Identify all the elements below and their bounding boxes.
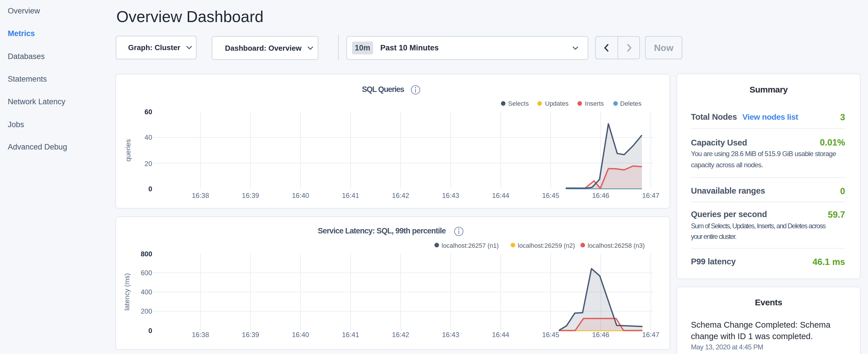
svg-text:16:46: 16:46 <box>592 331 609 339</box>
svg-text:16:41: 16:41 <box>342 192 359 199</box>
svg-text:16:44: 16:44 <box>492 192 509 199</box>
svg-text:800: 800 <box>141 250 152 258</box>
svg-text:16:43: 16:43 <box>442 192 459 199</box>
svg-text:16:38: 16:38 <box>192 192 209 199</box>
svg-text:latency (ms): latency (ms) <box>123 273 131 311</box>
svg-text:Selects: Selects <box>508 100 529 107</box>
svg-text:16:40: 16:40 <box>292 192 309 199</box>
svg-text:0: 0 <box>149 327 152 334</box>
svg-text:16:41: 16:41 <box>342 331 359 339</box>
svg-text:16:44: 16:44 <box>492 331 509 339</box>
svg-text:Inserts: Inserts <box>585 100 604 107</box>
svg-text:16:40: 16:40 <box>292 331 309 339</box>
svg-text:400: 400 <box>141 288 152 296</box>
svg-text:200: 200 <box>141 307 152 315</box>
svg-text:16:39: 16:39 <box>242 331 259 339</box>
svg-text:600: 600 <box>141 269 152 277</box>
svg-text:16:42: 16:42 <box>392 192 409 199</box>
svg-text:16:45: 16:45 <box>542 331 559 339</box>
svg-text:0: 0 <box>149 185 152 193</box>
svg-text:Updates: Updates <box>545 100 568 107</box>
svg-text:Deletes: Deletes <box>620 100 642 107</box>
svg-text:16:39: 16:39 <box>242 192 259 199</box>
svg-text:60: 60 <box>145 108 152 116</box>
svg-text:Service Latency: SQL, 99th per: Service Latency: SQL, 99th percentile <box>318 227 446 235</box>
svg-text:16:42: 16:42 <box>392 331 409 339</box>
svg-text:16:46: 16:46 <box>592 192 609 199</box>
svg-text:16:43: 16:43 <box>442 331 459 339</box>
svg-text:localhost:26258 (n3): localhost:26258 (n3) <box>588 242 645 249</box>
svg-text:localhost:26259 (n2): localhost:26259 (n2) <box>518 242 575 249</box>
svg-text:queries: queries <box>124 139 132 162</box>
svg-text:16:47: 16:47 <box>642 331 659 339</box>
svg-text:16:47: 16:47 <box>642 192 659 199</box>
svg-text:20: 20 <box>145 160 152 167</box>
svg-text:16:38: 16:38 <box>192 331 209 339</box>
svg-text:SQL Queries: SQL Queries <box>362 85 404 94</box>
svg-text:16:45: 16:45 <box>542 192 559 199</box>
svg-text:40: 40 <box>145 133 152 141</box>
svg-text:localhost:26257 (n1): localhost:26257 (n1) <box>442 242 499 249</box>
